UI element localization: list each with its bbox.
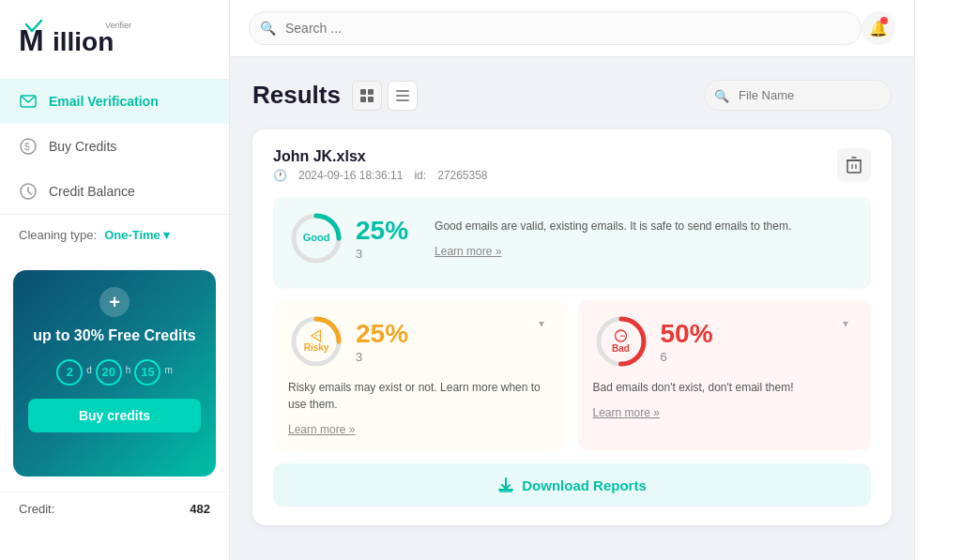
bad-percent: 50% (661, 319, 713, 349)
file-meta: 🕐 2024-09-16 18:36:11 id: 27265358 (273, 169, 488, 182)
bad-stat-numbers: 50% 6 (661, 319, 713, 364)
cleaning-type-selector[interactable]: One-Time ▾ (104, 228, 170, 242)
minutes-unit: m (164, 365, 172, 375)
view-toggle (352, 81, 418, 111)
svg-rect-9 (360, 97, 366, 102)
main-content: 🔍 🔔 Results 🔍 (230, 0, 914, 560)
cleaning-type-label: Cleaning type: (19, 228, 97, 242)
days-unit: d (86, 365, 92, 375)
cleaning-type-area: Cleaning type: One-Time ▾ (0, 214, 229, 255)
hours-unit: h (126, 365, 131, 375)
email-icon (19, 92, 38, 111)
topbar: 🔍 🔔 (230, 0, 914, 57)
sidebar-item-balance-label: Credit Balance (49, 184, 135, 199)
svg-rect-13 (396, 99, 409, 101)
risky-description: Risky emails may exist or not. Learn mor… (288, 379, 552, 413)
delete-button[interactable] (837, 148, 871, 182)
bad-description: Bad emails don't exist, don't email them… (593, 379, 857, 396)
file-search-icon: 🔍 (714, 88, 729, 102)
buy-credits-icon: $ (19, 137, 38, 156)
results-header: Results 🔍 (252, 80, 892, 111)
file-date: 2024-09-16 18:36:11 (298, 169, 403, 182)
good-percent: 25% (356, 216, 408, 246)
risky-stat-card: ! Risky 25% 3 ▾ Risky emails may exist o… (273, 300, 567, 450)
countdown-minutes-circle: 15 (134, 359, 160, 386)
risky-learn-more[interactable]: Learn more » (288, 423, 355, 436)
svg-rect-7 (360, 89, 366, 95)
right-panel (914, 0, 961, 560)
svg-text:illion: illion (53, 27, 114, 56)
file-id-label: id: (414, 169, 426, 182)
logo-area: M illion Verifier (0, 0, 229, 79)
good-stat-numbers: 25% 3 (356, 216, 408, 261)
good-count: 3 (356, 247, 408, 261)
risky-expand-button[interactable]: ▾ (531, 313, 552, 334)
svg-rect-14 (847, 160, 861, 173)
credit-balance-bar: Credit: 482 (0, 492, 229, 525)
notification-bell[interactable]: 🔔 (862, 11, 895, 45)
svg-text:$: $ (24, 142, 30, 152)
risky-percent: 25% (356, 319, 408, 349)
list-view-button[interactable] (388, 81, 418, 111)
bad-count: 6 (661, 350, 713, 364)
grid-view-button[interactable] (352, 81, 382, 111)
file-search-input[interactable] (704, 80, 892, 111)
search-icon: 🔍 (260, 21, 276, 36)
countdown: 2 d 20 h 15 m (28, 359, 201, 386)
bad-learn-more[interactable]: Learn more » (593, 406, 660, 419)
credit-value: 482 (190, 502, 210, 516)
notification-dot (880, 17, 888, 24)
results-card: John JK.xlsx 🕐 2024-09-16 18:36:11 id: 2… (252, 129, 892, 525)
bad-expand-button[interactable]: ▾ (835, 313, 856, 334)
svg-rect-12 (396, 95, 409, 97)
good-stat-card: Good 25% 3 Good emails are valid, existi… (273, 197, 871, 289)
svg-rect-8 (368, 89, 374, 95)
svg-text:Verifier: Verifier (105, 21, 131, 30)
sidebar-nav: Email Verification $ Buy Credits Credit … (0, 79, 229, 214)
file-name: John JK.xlsx (273, 148, 488, 165)
promo-card: + up to 30% Free Credits 2 d 20 h 15 m B… (13, 270, 216, 477)
file-info: John JK.xlsx 🕐 2024-09-16 18:36:11 id: 2… (273, 148, 488, 182)
clock-icon: 🕐 (273, 169, 287, 182)
results-title-text: Results (252, 81, 341, 110)
svg-text:!: ! (618, 335, 627, 338)
sidebar-item-email-label: Email Verification (49, 94, 159, 109)
sidebar-item-buy-credits[interactable]: $ Buy Credits (0, 124, 229, 169)
file-header: John JK.xlsx 🕐 2024-09-16 18:36:11 id: 2… (273, 148, 871, 182)
svg-rect-11 (396, 90, 409, 92)
credit-balance-icon (19, 182, 38, 201)
risky-stat-numbers: 25% 3 (356, 319, 408, 364)
countdown-hours-circle: 20 (96, 359, 122, 386)
download-reports-button[interactable]: Download Reports (273, 463, 871, 507)
stats-grid: ! Risky 25% 3 ▾ Risky emails may exist o… (273, 300, 871, 450)
svg-rect-10 (368, 97, 374, 102)
credit-label: Credit: (19, 502, 54, 516)
bad-stat-card: ! Bad 50% 6 ▾ Bad emails don't exist, do… (578, 300, 872, 450)
risky-count: 3 (356, 350, 408, 364)
good-learn-more[interactable]: Learn more » (435, 245, 501, 258)
file-id-value: 27265358 (437, 169, 487, 182)
results-title-group: Results (252, 81, 418, 111)
sidebar-item-credit-balance[interactable]: Credit Balance (0, 169, 229, 214)
chevron-down-icon: ▾ (163, 228, 170, 242)
buy-credits-button[interactable]: Buy credits (28, 399, 201, 432)
sidebar-item-email-verification[interactable]: Email Verification (0, 79, 229, 124)
svg-text:!: ! (314, 335, 321, 337)
search-input[interactable] (249, 11, 862, 45)
promo-title: up to 30% Free Credits (28, 326, 201, 346)
download-button-label: Download Reports (522, 477, 647, 493)
sidebar-item-buy-label: Buy Credits (49, 139, 116, 154)
bad-circle: ! Bad (593, 313, 649, 370)
logo: M illion Verifier (19, 17, 150, 62)
content-area: Results 🔍 John JK.xlsx (230, 57, 914, 560)
search-wrap: 🔍 (249, 11, 862, 45)
risky-circle: ! Risky (288, 313, 344, 370)
countdown-days-circle: 2 (56, 359, 83, 386)
file-search-wrap: 🔍 (704, 80, 892, 111)
sidebar: M illion Verifier Email Verification (0, 0, 230, 560)
good-description: Good emails are valid, existing emails. … (435, 218, 856, 235)
good-circle: Good (288, 210, 344, 266)
promo-plus-button[interactable]: + (99, 287, 130, 317)
